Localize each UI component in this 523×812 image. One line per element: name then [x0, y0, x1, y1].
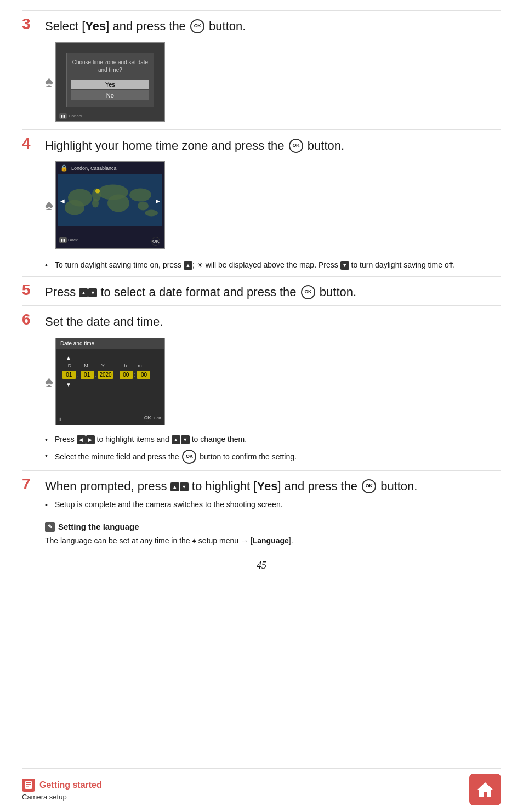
step-4-y-arrow: ♠	[45, 197, 53, 213]
step-5-down-arrow: ▼	[88, 288, 97, 297]
step-6-bullet-1-text: Press ◀▶ to highlight items and ▲▼ to ch…	[55, 434, 247, 445]
step-6-up-h	[128, 355, 140, 361]
step-7-button: button.	[380, 479, 417, 493]
step-4-ok-icon	[151, 237, 160, 246]
step-7-and-press: ] and press the	[277, 479, 361, 493]
date-field-hour: 00	[120, 371, 133, 379]
step-4-text: Highlight your home time zone and press …	[45, 138, 501, 154]
step-3-screen-wrapper: ♠ Choose time zone and set date and time…	[45, 42, 501, 122]
step-4-label: Highlight your home time zone and press …	[45, 139, 285, 152]
step-6-col-labels: D M Y h m	[60, 363, 160, 368]
date-sep-3: :	[134, 372, 137, 378]
step-6-bullets: • Press ◀▶ to highlight items and ▲▼ to …	[45, 434, 501, 464]
col-y: Y	[93, 363, 113, 368]
bullet-dot-6-1: •	[45, 435, 55, 446]
step-5-text: Press ▲▼ to select a date format and pre…	[45, 285, 501, 300]
step-6-row: 6 Set the date and time.	[22, 305, 501, 330]
step-7-number: 7	[22, 476, 45, 492]
note-body: The language can be set at any time in t…	[45, 535, 501, 547]
step-4-map: ◀ ▶	[58, 174, 162, 226]
step-6-edit-label: Edit	[154, 416, 161, 421]
step-3-yes-item: Yes	[71, 80, 149, 89]
col-h: h	[118, 363, 133, 368]
step-3-number: 3	[22, 16, 45, 32]
step-4-bottom-nav: ▮▮ Back	[59, 237, 161, 246]
svg-point-4	[92, 199, 99, 208]
date-field-month: 01	[81, 371, 94, 379]
note-section: ✎ Setting the language The language can …	[45, 522, 501, 547]
step-4-number: 4	[22, 136, 45, 151]
note-title: Setting the language	[58, 522, 139, 531]
step-7-bullet-text: Setup is complete and the camera switche…	[55, 499, 283, 510]
home-icon	[476, 780, 494, 799]
down-arrow-btn: ▼	[340, 261, 349, 270]
svg-marker-16	[477, 782, 493, 797]
step-6-dn-d: ▼	[62, 382, 75, 388]
step-4-screen-container: ♠ 🔒 London, Casablanca	[45, 161, 501, 249]
svg-rect-15	[26, 786, 29, 787]
col-d: D	[62, 363, 77, 368]
svg-point-10	[95, 189, 100, 194]
step-4-top-bar: 🔒 London, Casablanca	[56, 162, 164, 173]
date-field-year: 2020	[98, 371, 112, 379]
svg-point-6	[107, 195, 129, 212]
step-6-screen-container: ♠ Date and time ▲ D M	[45, 338, 501, 425]
footer-divider	[22, 768, 501, 769]
step-5-middle: to select a date format and press the	[101, 285, 297, 299]
step-7-bullets: • Setup is complete and the camera switc…	[45, 499, 501, 511]
step-6-down-arrows-row: ▼	[60, 382, 160, 388]
step-5-press: Press	[45, 285, 76, 299]
up-arrow-btn2: ▲	[172, 435, 180, 444]
step-6-edit-ok-icon	[144, 414, 151, 422]
step-5-suffix: button.	[320, 285, 356, 299]
step-6-bottom-right: Edit	[143, 414, 161, 422]
step-4-screen-wrapper: ♠ 🔒 London, Casablanca	[45, 161, 501, 249]
step-7-up: ▲	[170, 482, 179, 491]
col-m: M	[79, 363, 93, 368]
bullet-dot-7: •	[45, 500, 55, 511]
down-arrow-btn2: ▼	[181, 435, 190, 444]
note-setup-menu: setup menu	[198, 536, 238, 545]
step-4-row: 4 Highlight your home time zone and pres…	[22, 129, 501, 154]
date-field-minute: 00	[137, 371, 150, 379]
step-6-screen-wrapper: ♠ Date and time ▲ D M	[45, 338, 501, 425]
step-6-up-y	[101, 355, 113, 361]
step-3-bottom-bar: ▮▮ Cancel	[59, 113, 82, 119]
step-4-suffix: button.	[308, 139, 344, 152]
note-arrow: →	[241, 536, 251, 545]
col-m2: m	[133, 363, 147, 368]
book-svg	[24, 781, 33, 790]
step-6-number: 6	[22, 312, 45, 327]
step-6-bottom-left: ▮	[59, 413, 61, 422]
right-arrow-btn: ▶	[86, 435, 95, 444]
step-6-text: Set the date and time.	[45, 314, 501, 330]
step-4-right-arrow: ▶	[156, 197, 160, 203]
step-5-up-arrow: ▲	[79, 288, 88, 297]
step-6-bullet-2: • Select the minute field and press the …	[45, 450, 501, 464]
ok-button-icon-7	[362, 479, 376, 493]
step-7-ud-arrows: ▲▼	[170, 482, 189, 491]
up-arrow-btn: ▲	[184, 261, 192, 270]
step-6-y-arrow: ♠	[45, 374, 53, 389]
ud-arrow-pair: ▲▼	[172, 435, 190, 444]
step-7-yes: Yes	[257, 479, 277, 493]
svg-rect-14	[26, 784, 31, 785]
step-6-bullet-2-text: Select the minute field and press the bu…	[55, 450, 297, 464]
home-button[interactable]	[469, 774, 501, 805]
step-3-no-item: No	[71, 90, 149, 100]
date-field-day: 01	[62, 371, 76, 379]
step-4-left-arrow: ◀	[60, 197, 65, 203]
step-3-row: 3 Select [Yes] and press the button.	[22, 10, 501, 35]
note-language-link: Language	[253, 536, 289, 545]
step-6-up-arrows-row: ▲	[60, 355, 160, 361]
svg-point-8	[138, 202, 149, 211]
ok-button-icon-6b	[182, 450, 196, 464]
footer-left: Getting started Camera setup	[22, 779, 102, 801]
step-6-up-min	[146, 355, 158, 361]
dst-sun-icon: ☀	[197, 260, 203, 270]
step-6-up-m	[80, 355, 92, 361]
footer: Getting started Camera setup	[0, 768, 523, 812]
step-3-y-arrow: ♠	[45, 74, 53, 89]
step-3-dialog-text: Choose time zone and set date and time?	[71, 59, 149, 74]
step-4-bullet-text: To turn daylight saving time on, press ▲…	[55, 260, 455, 271]
